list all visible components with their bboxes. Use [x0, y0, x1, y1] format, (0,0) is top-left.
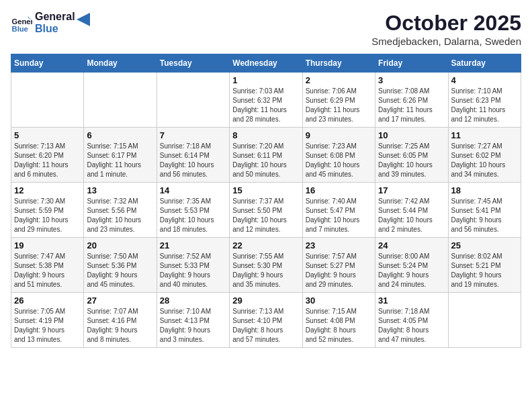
day-info: Sunrise: 7:45 AM Sunset: 5:41 PM Dayligh…	[451, 197, 518, 234]
day-number: 7	[160, 130, 226, 140]
calendar-cell: 8Sunrise: 7:20 AM Sunset: 6:11 PM Daylig…	[230, 128, 302, 183]
day-info: Sunrise: 7:32 AM Sunset: 5:56 PM Dayligh…	[87, 197, 153, 234]
header-thursday: Thursday	[302, 54, 375, 73]
day-number: 22	[232, 240, 299, 250]
header-friday: Friday	[375, 54, 448, 73]
day-info: Sunrise: 7:27 AM Sunset: 6:02 PM Dayligh…	[451, 142, 518, 179]
calendar-cell: 14Sunrise: 7:35 AM Sunset: 5:53 PM Dayli…	[157, 183, 229, 238]
day-info: Sunrise: 7:15 AM Sunset: 4:08 PM Dayligh…	[306, 307, 372, 345]
day-number: 11	[451, 130, 518, 140]
day-number: 2	[306, 75, 372, 85]
day-number: 9	[306, 130, 372, 140]
day-info: Sunrise: 8:00 AM Sunset: 5:24 PM Dayligh…	[378, 252, 445, 289]
calendar-cell: 24Sunrise: 8:00 AM Sunset: 5:24 PM Dayli…	[375, 238, 448, 293]
day-info: Sunrise: 7:30 AM Sunset: 5:59 PM Dayligh…	[14, 197, 81, 234]
day-number: 4	[451, 75, 518, 85]
day-number: 1	[232, 75, 299, 85]
svg-marker-3	[77, 13, 90, 26]
month-title: October 2025	[371, 11, 521, 36]
week-row-2: 5Sunrise: 7:13 AM Sunset: 6:20 PM Daylig…	[11, 128, 521, 183]
header-row: SundayMondayTuesdayWednesdayThursdayFrid…	[11, 54, 521, 73]
day-number: 25	[451, 240, 518, 250]
calendar-cell: 25Sunrise: 8:02 AM Sunset: 5:21 PM Dayli…	[448, 238, 521, 293]
header-tuesday: Tuesday	[157, 54, 229, 73]
calendar-cell: 11Sunrise: 7:27 AM Sunset: 6:02 PM Dayli…	[448, 128, 521, 183]
day-info: Sunrise: 7:57 AM Sunset: 5:27 PM Dayligh…	[306, 252, 372, 289]
day-number: 26	[14, 295, 81, 306]
day-info: Sunrise: 7:37 AM Sunset: 5:50 PM Dayligh…	[232, 197, 299, 234]
day-number: 29	[232, 295, 299, 306]
calendar-cell: 27Sunrise: 7:07 AM Sunset: 4:16 PM Dayli…	[84, 293, 157, 348]
title-block: October 2025 Smedjebacken, Dalarna, Swed…	[371, 11, 521, 47]
calendar-cell: 3Sunrise: 7:08 AM Sunset: 6:26 PM Daylig…	[375, 73, 448, 128]
day-info: Sunrise: 8:02 AM Sunset: 5:21 PM Dayligh…	[451, 252, 518, 289]
day-info: Sunrise: 7:50 AM Sunset: 5:36 PM Dayligh…	[87, 252, 153, 289]
day-number: 15	[232, 185, 299, 195]
calendar-cell	[84, 73, 157, 128]
calendar-cell: 18Sunrise: 7:45 AM Sunset: 5:41 PM Dayli…	[448, 183, 521, 238]
day-info: Sunrise: 7:35 AM Sunset: 5:53 PM Dayligh…	[160, 197, 226, 234]
day-number: 12	[14, 185, 81, 195]
day-info: Sunrise: 7:18 AM Sunset: 4:05 PM Dayligh…	[378, 307, 445, 345]
logo-arrow-icon	[77, 13, 90, 26]
calendar-cell: 15Sunrise: 7:37 AM Sunset: 5:50 PM Dayli…	[230, 183, 302, 238]
calendar-cell: 13Sunrise: 7:32 AM Sunset: 5:56 PM Dayli…	[84, 183, 157, 238]
day-info: Sunrise: 7:55 AM Sunset: 5:30 PM Dayligh…	[232, 252, 299, 289]
day-number: 28	[160, 295, 226, 306]
week-row-1: 1Sunrise: 7:03 AM Sunset: 6:32 PM Daylig…	[11, 73, 521, 128]
calendar-cell	[11, 73, 84, 128]
calendar-cell: 1Sunrise: 7:03 AM Sunset: 6:32 PM Daylig…	[230, 73, 302, 128]
calendar-cell: 26Sunrise: 7:05 AM Sunset: 4:19 PM Dayli…	[11, 293, 84, 348]
calendar-cell: 2Sunrise: 7:06 AM Sunset: 6:29 PM Daylig…	[302, 73, 375, 128]
day-info: Sunrise: 7:07 AM Sunset: 4:16 PM Dayligh…	[87, 307, 153, 345]
header-sunday: Sunday	[11, 54, 84, 73]
day-number: 24	[378, 240, 445, 250]
location-subtitle: Smedjebacken, Dalarna, Sweden	[371, 36, 521, 47]
calendar-cell	[157, 73, 229, 128]
calendar-cell: 28Sunrise: 7:10 AM Sunset: 4:13 PM Dayli…	[157, 293, 229, 348]
calendar-cell: 9Sunrise: 7:23 AM Sunset: 6:08 PM Daylig…	[302, 128, 375, 183]
day-number: 27	[87, 295, 153, 306]
day-number: 20	[87, 240, 153, 250]
header-saturday: Saturday	[448, 54, 521, 73]
header-monday: Monday	[84, 54, 157, 73]
day-info: Sunrise: 7:05 AM Sunset: 4:19 PM Dayligh…	[14, 307, 81, 345]
logo-blue: Blue	[35, 23, 75, 35]
day-number: 5	[14, 130, 81, 140]
week-row-5: 26Sunrise: 7:05 AM Sunset: 4:19 PM Dayli…	[11, 293, 521, 348]
week-row-4: 19Sunrise: 7:47 AM Sunset: 5:38 PM Dayli…	[11, 238, 521, 293]
logo-icon: General Blue	[11, 12, 32, 34]
day-number: 17	[378, 185, 445, 195]
calendar-cell	[448, 293, 521, 348]
calendar-cell: 22Sunrise: 7:55 AM Sunset: 5:30 PM Dayli…	[230, 238, 302, 293]
day-number: 19	[14, 240, 81, 250]
day-info: Sunrise: 7:25 AM Sunset: 6:05 PM Dayligh…	[378, 142, 445, 179]
day-number: 16	[306, 185, 372, 195]
day-number: 23	[306, 240, 372, 250]
calendar-table: SundayMondayTuesdayWednesdayThursdayFrid…	[11, 54, 521, 348]
svg-text:Blue: Blue	[12, 24, 28, 32]
day-info: Sunrise: 7:13 AM Sunset: 6:20 PM Dayligh…	[14, 142, 81, 179]
calendar-cell: 31Sunrise: 7:18 AM Sunset: 4:05 PM Dayli…	[375, 293, 448, 348]
day-number: 31	[378, 295, 445, 306]
day-number: 30	[306, 295, 372, 306]
calendar-cell: 5Sunrise: 7:13 AM Sunset: 6:20 PM Daylig…	[11, 128, 84, 183]
day-info: Sunrise: 7:47 AM Sunset: 5:38 PM Dayligh…	[14, 252, 81, 289]
day-info: Sunrise: 7:10 AM Sunset: 6:23 PM Dayligh…	[451, 87, 518, 124]
day-number: 3	[378, 75, 445, 85]
logo: General Blue General Blue	[11, 11, 90, 34]
day-info: Sunrise: 7:20 AM Sunset: 6:11 PM Dayligh…	[232, 142, 299, 179]
day-info: Sunrise: 7:08 AM Sunset: 6:26 PM Dayligh…	[378, 87, 445, 124]
day-info: Sunrise: 7:52 AM Sunset: 5:33 PM Dayligh…	[160, 252, 226, 289]
calendar-cell: 21Sunrise: 7:52 AM Sunset: 5:33 PM Dayli…	[157, 238, 229, 293]
logo-general: General	[35, 11, 75, 23]
day-info: Sunrise: 7:15 AM Sunset: 6:17 PM Dayligh…	[87, 142, 153, 179]
calendar-cell: 23Sunrise: 7:57 AM Sunset: 5:27 PM Dayli…	[302, 238, 375, 293]
calendar-cell: 16Sunrise: 7:40 AM Sunset: 5:47 PM Dayli…	[302, 183, 375, 238]
day-number: 21	[160, 240, 226, 250]
calendar-cell: 7Sunrise: 7:18 AM Sunset: 6:14 PM Daylig…	[157, 128, 229, 183]
day-number: 18	[451, 185, 518, 195]
calendar-cell: 19Sunrise: 7:47 AM Sunset: 5:38 PM Dayli…	[11, 238, 84, 293]
day-number: 10	[378, 130, 445, 140]
day-info: Sunrise: 7:10 AM Sunset: 4:13 PM Dayligh…	[160, 307, 226, 345]
